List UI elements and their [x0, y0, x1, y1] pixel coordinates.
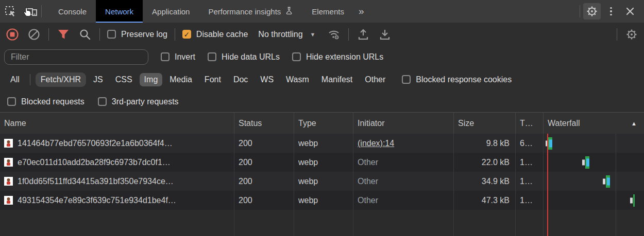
clear-network-log-icon[interactable]: [27, 27, 41, 42]
chip-divider: [30, 74, 30, 85]
request-size: 47.3 kB: [454, 191, 516, 210]
initiator-link[interactable]: (index):14: [358, 139, 394, 148]
column-label: Waterfall: [548, 119, 580, 128]
filter-chip-manifest[interactable]: Manifest: [316, 72, 358, 87]
waterfall-cell: [544, 153, 644, 172]
toolbar-divider: [99, 28, 100, 41]
hide-extension-urls-checkbox[interactable]: [292, 52, 301, 61]
image-preview-thumbnail: [4, 177, 13, 186]
blocked-response-cookies-control[interactable]: Blocked response cookies: [402, 75, 512, 84]
empty-cell: [353, 210, 454, 236]
tab-elements[interactable]: Elements: [302, 0, 353, 23]
filter-chip-other[interactable]: Other: [360, 72, 391, 87]
column-header-status[interactable]: Status: [234, 113, 294, 134]
load-event-line: [547, 134, 548, 236]
filter-chip-font[interactable]: Font: [199, 72, 226, 87]
requests-table-header: NameStatusTypeInitiatorSizeT…Waterfall▲: [0, 113, 644, 134]
resource-type-filters: AllFetch/XHRJSCSSImgMediaFontDocWSWasmMa…: [0, 68, 644, 91]
waterfall-waiting-bar: [633, 194, 635, 207]
blocked-requests-label: Blocked requests: [21, 97, 84, 106]
third-party-requests-checkbox[interactable]: [98, 97, 107, 106]
empty-cell: [516, 210, 544, 236]
tab-label: Performance insights: [208, 7, 281, 16]
waterfall-cell: [544, 191, 644, 210]
column-header-initiator[interactable]: Initiator: [353, 113, 454, 134]
column-header-type[interactable]: Type: [294, 113, 353, 134]
import-har-icon[interactable]: [356, 27, 370, 42]
more-options-icon[interactable]: [604, 3, 618, 20]
hide-extension-urls-control[interactable]: Hide extension URLs: [292, 52, 383, 62]
column-label: Status: [239, 119, 262, 128]
filter-chip-wasm[interactable]: Wasm: [281, 72, 314, 87]
empty-cell: [544, 210, 644, 236]
column-header-waterfall[interactable]: Waterfall▲: [544, 113, 644, 134]
tab-network[interactable]: Network: [96, 0, 143, 23]
invert-checkbox[interactable]: [161, 52, 170, 61]
waterfall-stalled-bar: [630, 197, 633, 203]
filter-icon[interactable]: [56, 27, 71, 42]
export-har-icon[interactable]: [378, 27, 392, 42]
waterfall-download-bar: [549, 139, 552, 147]
settings-gear-icon[interactable]: [583, 3, 601, 20]
column-label: Type: [298, 119, 316, 128]
empty-cell: [294, 210, 353, 236]
filter-chip-media[interactable]: Media: [164, 72, 197, 87]
request-size: 22.0 kB: [454, 153, 516, 172]
search-icon[interactable]: [78, 27, 92, 42]
blocked-requests-checkbox[interactable]: [7, 97, 16, 106]
toolbar-divider: [175, 28, 175, 41]
filter-chip-ws[interactable]: WS: [255, 72, 279, 87]
record-network-log-icon[interactable]: [5, 27, 20, 42]
tab-label: Console: [58, 7, 87, 16]
filter-chip-img[interactable]: Img: [140, 73, 163, 86]
request-type: webp: [294, 172, 353, 191]
network-settings-gear-icon[interactable]: [624, 27, 639, 42]
network-conditions-icon[interactable]: [327, 27, 341, 42]
throttling-select[interactable]: No throttling ▼: [258, 30, 315, 39]
filter-chip-js[interactable]: JS: [88, 72, 108, 87]
disable-cache-control[interactable]: ✓ Disable cache: [182, 30, 248, 39]
blocked-requests-control[interactable]: Blocked requests: [7, 97, 84, 106]
request-size: 34.9 kB: [454, 172, 516, 191]
tab-performance-insights[interactable]: Performance insights: [199, 0, 302, 23]
filter-chip-css[interactable]: CSS: [110, 72, 138, 87]
hide-data-urls-checkbox[interactable]: [208, 52, 216, 61]
waterfall-cell: [544, 172, 644, 191]
waterfall-stalled-bar: [582, 159, 585, 165]
devtools-window: ConsoleNetworkApplicationPerformance ins…: [0, 0, 644, 236]
toolbar-divider: [48, 28, 49, 41]
filter-chip-doc[interactable]: Doc: [228, 72, 253, 87]
close-devtools-icon[interactable]: [621, 3, 639, 20]
third-party-requests-control[interactable]: 3rd-party requests: [98, 97, 179, 106]
column-header-t[interactable]: T…: [516, 113, 544, 134]
column-header-size[interactable]: Size: [454, 113, 516, 134]
preserve-log-control[interactable]: Preserve log: [107, 30, 167, 39]
request-initiator: Other: [353, 153, 454, 172]
filter-chip-all[interactable]: All: [5, 72, 25, 87]
blocked-response-cookies-checkbox[interactable]: [402, 75, 411, 84]
column-header-name[interactable]: Name: [0, 113, 234, 134]
preserve-log-label: Preserve log: [121, 30, 167, 39]
invert-control[interactable]: Invert: [161, 52, 195, 62]
column-label: T…: [520, 119, 533, 128]
tab-application[interactable]: Application: [143, 0, 199, 23]
request-type: webp: [294, 134, 353, 153]
hide-data-urls-control[interactable]: Hide data URLs: [208, 52, 280, 62]
waterfall-download-bar: [586, 158, 589, 166]
column-label: Initiator: [358, 119, 384, 128]
disable-cache-checkbox[interactable]: ✓: [182, 30, 191, 39]
request-name: 493154354e7e89c3f639c751e934d1be4f…: [18, 196, 176, 205]
filter-chip-fetch-xhr[interactable]: Fetch/XHR: [36, 72, 86, 87]
toolbar-divider: [617, 28, 617, 41]
inspect-element-icon[interactable]: [0, 0, 21, 23]
request-type: webp: [294, 191, 353, 210]
more-tabs-icon[interactable]: »: [353, 0, 368, 23]
request-blocking-row: Blocked requests 3rd-party requests: [0, 91, 644, 113]
preserve-log-checkbox[interactable]: [107, 30, 116, 39]
hide-extension-urls-label: Hide extension URLs: [306, 52, 383, 62]
filter-input[interactable]: [4, 49, 148, 65]
tab-console[interactable]: Console: [49, 0, 96, 23]
tabbar-divider: [41, 5, 42, 17]
request-name: e70ec011d10add2ba28f9c6973b7dc0f1…: [18, 158, 171, 167]
tab-label: Network: [105, 7, 133, 16]
